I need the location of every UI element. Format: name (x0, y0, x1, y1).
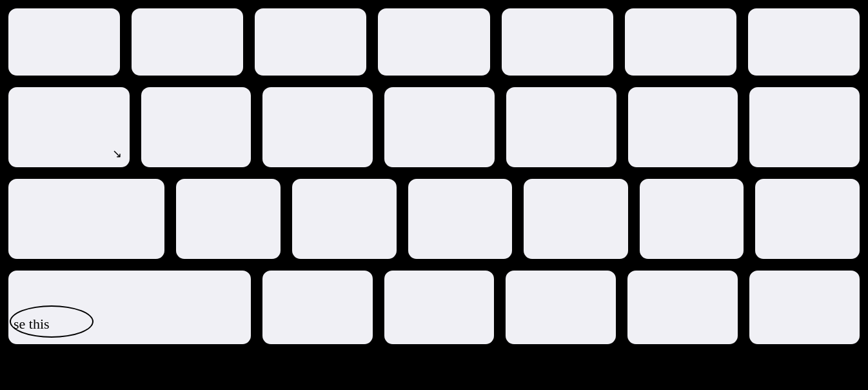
key-r4k4[interactable] (504, 269, 618, 346)
key-r1k3[interactable] (253, 6, 368, 77)
key-r2k7[interactable] (747, 85, 862, 169)
key-r3k3[interactable] (290, 177, 399, 261)
key-r4k2[interactable] (261, 269, 375, 346)
key-r2k5[interactable] (504, 85, 618, 169)
key-r4k1-annotated[interactable]: se this (6, 269, 253, 346)
key-r3k6[interactable] (638, 177, 746, 261)
key-r3k7[interactable] (753, 177, 862, 261)
keyboard-row-3 (6, 177, 862, 261)
key-r1k5[interactable] (500, 6, 615, 77)
arrow-down-right-icon: ↘ (112, 147, 122, 161)
key-r3k4[interactable] (406, 177, 515, 261)
keyboard-row-2: ↘ (6, 85, 862, 169)
key-r1k7[interactable] (746, 6, 862, 77)
key-r1k4[interactable] (376, 6, 491, 77)
key-r4k3[interactable] (382, 269, 497, 346)
key-r2k3[interactable] (261, 85, 375, 169)
key-r3k5[interactable] (522, 177, 630, 261)
key-r2k1[interactable]: ↘ (6, 85, 132, 169)
key-r1k2[interactable] (130, 6, 245, 77)
annotation-text: se this (14, 316, 50, 333)
key-r4k6[interactable] (747, 269, 862, 346)
keyboard: ↘ se this (0, 0, 868, 390)
key-r3k2[interactable] (174, 177, 282, 261)
key-r1k1[interactable] (6, 6, 122, 77)
key-r4k5[interactable] (626, 269, 740, 346)
key-r1k6[interactable] (623, 6, 738, 77)
key-r2k4[interactable] (382, 85, 497, 169)
keyboard-row-1 (6, 6, 862, 77)
key-r2k2[interactable] (139, 85, 253, 169)
keyboard-row-4: se this (6, 269, 862, 346)
key-r2k6[interactable] (626, 85, 740, 169)
key-r3k1[interactable] (6, 177, 166, 261)
